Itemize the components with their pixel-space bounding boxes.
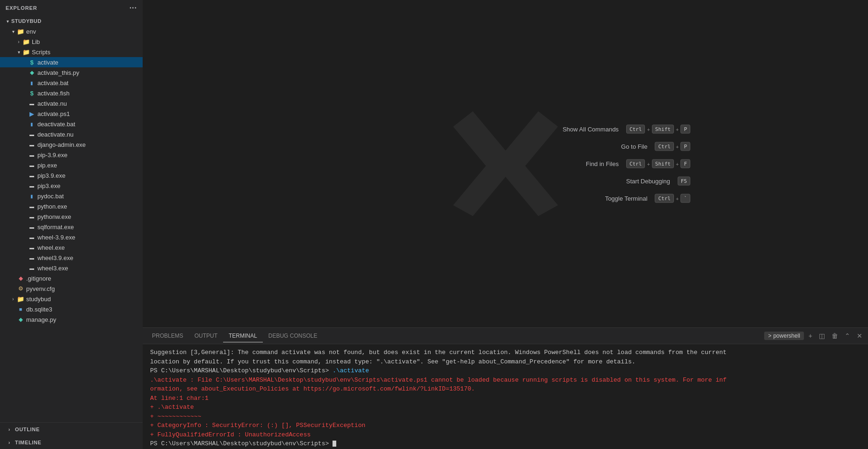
more-options-icon[interactable]: ···	[130, 4, 137, 12]
split-terminal-icon[interactable]: ◫	[817, 331, 827, 340]
tree-item-scripts[interactable]: 📁 Scripts	[0, 47, 143, 57]
term-line-prompt1: PS C:\Users\MARSHAL\Desktop\studybud\env…	[150, 366, 861, 376]
tree-item-pip[interactable]: ▬ pip.exe	[0, 160, 143, 170]
pyvenv-label: pyvenv.cfg	[26, 285, 143, 292]
tree-item-manage-py[interactable]: ◆ manage.py	[0, 314, 143, 325]
python-exe-label: python.exe	[37, 203, 143, 210]
deactivate-bat-label: deactivate.bat	[37, 121, 143, 128]
explorer-actions[interactable]: ···	[130, 4, 137, 12]
tree-item-pydoc-bat[interactable]: ▮ pydoc.bat	[0, 191, 143, 201]
tree-item-wheel39[interactable]: ▬ wheel-3.9.exe	[0, 232, 143, 242]
timeline-label: TIMELINE	[15, 440, 42, 445]
manage-py-label: manage.py	[26, 316, 143, 323]
tree-root-studybud[interactable]: STUDYBUD	[0, 16, 143, 26]
deactivate-bat-icon: ▮	[28, 120, 36, 128]
timeline-section[interactable]: TIMELINE	[0, 436, 143, 449]
powershell-shell-icon: >	[768, 333, 771, 339]
activate-nu-icon: ▬	[28, 100, 36, 107]
outline-section[interactable]: OUTLINE	[0, 423, 143, 436]
pythonw-exe-label: pythonw.exe	[37, 213, 143, 220]
pyvenv-icon: ⚙	[17, 285, 24, 292]
activate-fish-icon: $	[28, 89, 36, 97]
tree-item-env[interactable]: 📁 env	[0, 26, 143, 36]
tab-problems[interactable]: PROBLEMS	[146, 330, 189, 342]
tree-item-activate-this[interactable]: ◆ activate_this.py	[0, 67, 143, 78]
term-error2-text: ormation, see about_Execution_Policies a…	[150, 385, 475, 392]
tree-item-db-sqlite[interactable]: ■ db.sqlite3	[0, 304, 143, 314]
tree-item-pip39b[interactable]: ▬ pip3.9.exe	[0, 170, 143, 181]
wheel3-label: wheel3.exe	[37, 265, 143, 272]
scripts-folder-icon: 📁	[22, 48, 30, 56]
studybud-folder-label: studybud	[26, 296, 143, 303]
tab-terminal[interactable]: TERMINAL	[223, 330, 263, 342]
tree-item-activate-nu[interactable]: ▬ activate.nu	[0, 98, 143, 109]
plus-3: +	[676, 144, 679, 149]
activate-this-label: activate_this.py	[37, 69, 143, 76]
activate-label: activate	[37, 59, 143, 66]
explorer-title: EXPLORER	[6, 5, 37, 11]
django-admin-label: django-admin.exe	[37, 141, 143, 148]
django-admin-icon: ▬	[28, 141, 36, 148]
cmd-start-debug-label: Start Debugging	[626, 178, 670, 185]
terminal-tabs-right: > powershell + ◫ 🗑 ⌃ ✕	[764, 331, 864, 340]
tree-item-pyvenv[interactable]: ⚙ pyvenv.cfg	[0, 283, 143, 294]
env-label: env	[26, 28, 143, 35]
pip39b-label: pip3.9.exe	[37, 172, 143, 179]
term-cmd1-text: .\activate	[333, 367, 369, 374]
tab-debug-console[interactable]: DEBUG CONSOLE	[263, 330, 323, 342]
activate-bat-label: activate.bat	[37, 80, 143, 87]
sidebar-bottom: OUTLINE TIMELINE	[0, 422, 143, 449]
tree-item-pip3[interactable]: ▬ pip3.exe	[0, 181, 143, 191]
tree-item-activate-fish[interactable]: $ activate.fish	[0, 88, 143, 98]
tree-item-wheel3[interactable]: ▬ wheel3.exe	[0, 263, 143, 273]
editor-area: Show All Commands Ctrl + Shift + P Go to…	[143, 0, 868, 327]
terminal-body[interactable]: Suggestion [3,General]: The command acti…	[143, 344, 868, 449]
wheel39-icon: ▬	[28, 233, 36, 241]
vscode-watermark	[440, 98, 571, 229]
pip3-label: pip3.exe	[37, 182, 143, 189]
deactivate-nu-icon: ▬	[28, 130, 36, 138]
term-line-suggestion1: Suggestion [3,General]: The command acti…	[150, 348, 861, 357]
add-terminal-icon[interactable]: +	[807, 331, 814, 340]
tab-output[interactable]: OUTPUT	[189, 330, 223, 342]
main-content: Show All Commands Ctrl + Shift + P Go to…	[143, 0, 868, 449]
tree-item-deactivate-nu[interactable]: ▬ deactivate.nu	[0, 129, 143, 139]
maximize-terminal-icon[interactable]: ⌃	[843, 331, 852, 340]
powershell-indicator: > powershell	[764, 332, 803, 340]
cmd-show-all-keys: Ctrl + Shift + P	[626, 125, 690, 134]
p-key-2: P	[680, 142, 690, 151]
term-line-prompt2: PS C:\Users\MARSHAL\Desktop\studybud\env…	[150, 439, 861, 449]
tree-item-wheel[interactable]: ▬ wheel.exe	[0, 242, 143, 253]
pip39b-icon: ▬	[28, 172, 36, 179]
tree-item-activate-bat[interactable]: ▮ activate.bat	[0, 78, 143, 88]
tree-item-wheel39b[interactable]: ▬ wheel3.9.exe	[0, 253, 143, 263]
tree-item-activate[interactable]: $ activate	[0, 57, 143, 67]
tree-item-python-exe[interactable]: ▬ python.exe	[0, 201, 143, 211]
pythonw-exe-icon: ▬	[28, 213, 36, 220]
activate-this-icon: ◆	[28, 69, 36, 76]
gitignore-icon: ◆	[17, 275, 24, 282]
tree-item-pip39[interactable]: ▬ pip-3.9.exe	[0, 150, 143, 160]
powershell-label: powershell	[773, 333, 800, 339]
tree-item-pythonw-exe[interactable]: ▬ pythonw.exe	[0, 211, 143, 222]
tree-item-django-admin[interactable]: ▬ django-admin.exe	[0, 139, 143, 150]
term-line-error4: + .\activate	[150, 403, 861, 412]
tree-item-sqlformat[interactable]: ▬ sqlformat.exe	[0, 222, 143, 232]
wheel39b-label: wheel3.9.exe	[37, 254, 143, 261]
p-key-1: P	[680, 125, 690, 134]
cmd-find-files-label: Find in Files	[586, 160, 619, 167]
close-terminal-icon[interactable]: ✕	[855, 331, 864, 340]
db-sqlite-icon: ■	[17, 305, 24, 313]
cmd-show-all-label: Show All Commands	[563, 126, 619, 133]
tree-item-studybud-folder[interactable]: 📁 studybud	[0, 294, 143, 304]
tree-item-activate-ps1[interactable]: ▶ activate.ps1	[0, 109, 143, 119]
cmd-toggle-terminal-keys: Ctrl + `	[655, 194, 690, 203]
outline-arrow	[6, 426, 13, 433]
cmd-toggle-terminal: Toggle Terminal Ctrl + `	[563, 194, 690, 203]
tree-item-lib[interactable]: 📁 Lib	[0, 36, 143, 47]
kill-terminal-icon[interactable]: 🗑	[830, 331, 840, 340]
pip39-icon: ▬	[28, 151, 36, 159]
tree-item-gitignore[interactable]: ◆ .gitignore	[0, 273, 143, 283]
tree-item-deactivate-bat[interactable]: ▮ deactivate.bat	[0, 119, 143, 129]
term-prompt2-text: PS C:\Users\MARSHAL\Desktop\studybud\env…	[150, 440, 333, 447]
